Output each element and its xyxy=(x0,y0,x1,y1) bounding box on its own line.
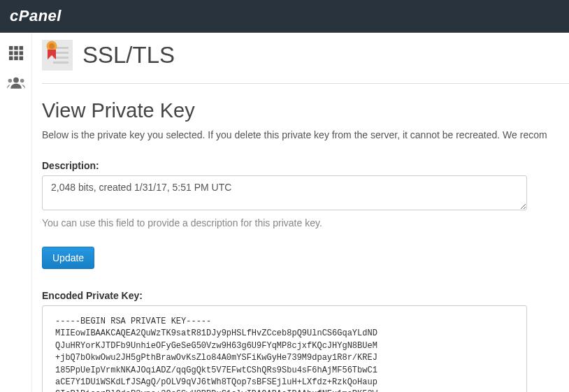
sidebar-apps-icon[interactable] xyxy=(0,41,32,65)
sidebar-users-icon[interactable] xyxy=(0,71,32,94)
section-title: View Private Key xyxy=(42,99,569,122)
svg-rect-8 xyxy=(20,57,24,61)
svg-rect-3 xyxy=(9,51,13,55)
ssl-page-icon xyxy=(42,40,73,71)
users-icon xyxy=(7,75,25,89)
svg-point-13 xyxy=(49,43,55,49)
page-title: SSL/TLS xyxy=(82,42,175,68)
svg-rect-1 xyxy=(14,46,18,50)
logo-text: cPanel xyxy=(10,7,62,25)
main-wrap: SSL/TLS View Private Key Below is the pr… xyxy=(0,33,569,392)
svg-point-10 xyxy=(8,79,13,83)
grid-icon xyxy=(8,45,24,61)
sidebar xyxy=(0,33,32,392)
svg-rect-7 xyxy=(14,57,18,61)
description-label: Description: xyxy=(42,160,569,171)
description-help: You can use this field to provide a desc… xyxy=(42,217,569,228)
svg-point-9 xyxy=(13,78,19,83)
top-bar: cPanel xyxy=(0,0,569,33)
svg-rect-5 xyxy=(20,51,24,55)
encoded-key-box[interactable]: -----BEGIN RSA PRIVATE KEY----- MIIEowIB… xyxy=(42,305,527,392)
cpanel-logo[interactable]: cPanel xyxy=(10,7,62,25)
svg-point-11 xyxy=(20,79,24,83)
content: SSL/TLS View Private Key Below is the pr… xyxy=(32,33,569,392)
page-header: SSL/TLS xyxy=(42,40,569,84)
encoded-key-label: Encoded Private Key: xyxy=(42,290,569,301)
ribbon-icon xyxy=(45,40,58,61)
description-input[interactable] xyxy=(42,175,527,210)
svg-rect-0 xyxy=(9,46,13,50)
svg-rect-2 xyxy=(20,46,24,50)
update-button[interactable]: Update xyxy=(42,247,94,269)
svg-rect-6 xyxy=(9,57,13,61)
section-description: Below is the private key you selected. I… xyxy=(42,129,569,140)
svg-rect-4 xyxy=(14,51,18,55)
